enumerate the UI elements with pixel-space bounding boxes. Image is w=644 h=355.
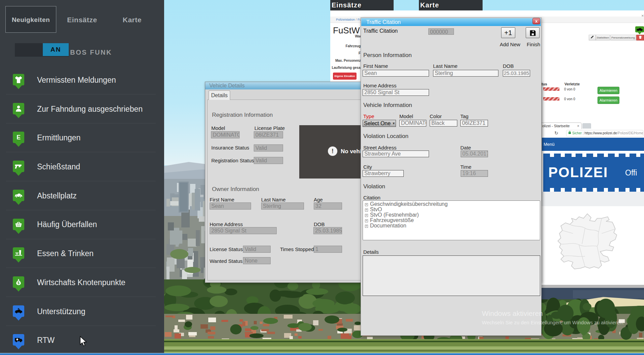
svg-text:$: $ [18, 281, 20, 285]
svg-text:E: E [17, 134, 21, 141]
